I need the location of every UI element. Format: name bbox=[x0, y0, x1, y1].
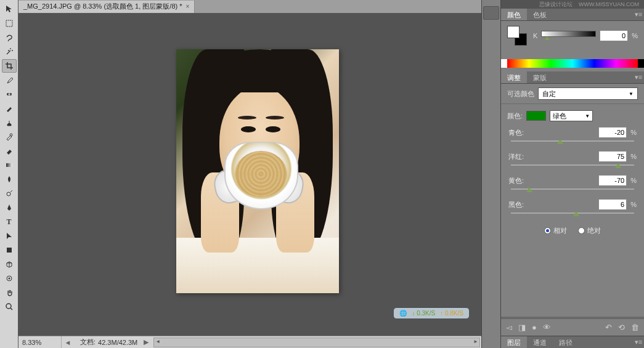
chevron-left-icon[interactable]: ◄ bbox=[62, 339, 74, 346]
k-value-input[interactable] bbox=[600, 30, 628, 41]
slider-value-input[interactable] bbox=[598, 199, 627, 210]
collapsed-panel-strip bbox=[481, 0, 501, 348]
svg-rect-3 bbox=[6, 163, 12, 167]
eraser-tool[interactable] bbox=[2, 144, 17, 158]
tab-channels[interactable]: 通道 bbox=[527, 336, 553, 348]
back-icon[interactable]: ◅ bbox=[506, 323, 512, 332]
target-color-label: 颜色: bbox=[507, 111, 523, 121]
slider-value-input[interactable] bbox=[598, 175, 627, 186]
lasso-tool[interactable] bbox=[2, 31, 17, 44]
color-panel: K % bbox=[501, 21, 644, 71]
marquee-tool[interactable] bbox=[2, 17, 17, 30]
path-selection-tool[interactable] bbox=[2, 229, 17, 243]
svg-rect-0 bbox=[6, 20, 12, 26]
k-label: K bbox=[533, 32, 537, 39]
previous-state-icon[interactable]: ↶ bbox=[605, 323, 612, 332]
slider-row: 黑色:% bbox=[501, 196, 644, 220]
document-info: 文档:42.3M/42.3M bbox=[74, 338, 144, 347]
slider-track[interactable] bbox=[511, 212, 634, 214]
gradient-tool[interactable] bbox=[2, 158, 17, 172]
slider-track[interactable] bbox=[511, 140, 634, 142]
3d-tool[interactable] bbox=[2, 257, 17, 271]
fg-bg-swatch[interactable] bbox=[507, 26, 527, 46]
document-tabbar: _MG_2914.JPG @ 8.33% (选取颜色 1, 图层蒙版/8) * … bbox=[18, 0, 481, 14]
slider-label: 黄色: bbox=[508, 176, 527, 185]
radio-absolute[interactable]: 绝对 bbox=[578, 226, 601, 235]
blur-tool[interactable] bbox=[2, 172, 17, 186]
magic-wand-tool[interactable] bbox=[2, 45, 17, 59]
document-tab-title: _MG_2914.JPG @ 8.33% (选取颜色 1, 图层蒙版/8) * bbox=[23, 2, 182, 11]
slider-row: 青色:% bbox=[501, 124, 644, 148]
history-brush-tool[interactable] bbox=[2, 130, 17, 144]
healing-brush-tool[interactable] bbox=[2, 87, 17, 101]
method-radio-group: 相对 绝对 bbox=[501, 220, 644, 244]
target-color-select[interactable]: 绿色▼ bbox=[550, 110, 593, 121]
clip-icon[interactable]: ● bbox=[532, 323, 537, 332]
tab-paths[interactable]: 路径 bbox=[553, 336, 579, 348]
tab-masks[interactable]: 蒙版 bbox=[527, 71, 553, 83]
slider-track[interactable] bbox=[511, 164, 634, 166]
watermark: 思缘设计论坛WWW.MISSYUAN.COM bbox=[501, 0, 644, 9]
adjustments-footer: ◅ ◨ ● 👁 ↶ ⟲ 🗑 bbox=[501, 318, 644, 336]
type-tool[interactable]: T bbox=[2, 215, 17, 229]
adjustments-panel: 可选颜色 自定▼ 颜色: 绿色▼ 青色:%洋红:%黄色:%黑色:% 相对 绝对 … bbox=[501, 84, 644, 336]
tab-color[interactable]: 颜色 bbox=[501, 9, 527, 20]
right-panels: 思缘设计论坛WWW.MISSYUAN.COM 颜色 色板 ▾≡ K % 调整 蒙… bbox=[501, 0, 644, 348]
visibility-icon[interactable]: 👁 bbox=[543, 323, 551, 332]
expand-icon[interactable]: ◨ bbox=[518, 323, 526, 332]
hand-tool[interactable] bbox=[2, 286, 17, 299]
adjustment-type-label: 可选颜色 bbox=[507, 89, 534, 99]
3d-camera-tool[interactable] bbox=[2, 272, 17, 285]
chevron-right-icon[interactable]: ▶ bbox=[144, 338, 152, 346]
slider-value-input[interactable] bbox=[598, 127, 627, 138]
tools-toolbar: T bbox=[0, 0, 18, 348]
clone-stamp-tool[interactable] bbox=[2, 116, 17, 129]
document-tab[interactable]: _MG_2914.JPG @ 8.33% (选取颜色 1, 图层蒙版/8) * … bbox=[18, 1, 195, 13]
tab-swatches[interactable]: 色板 bbox=[527, 9, 553, 20]
target-color-swatch bbox=[526, 111, 546, 121]
brush-tool[interactable] bbox=[2, 102, 17, 115]
panel-menu-icon[interactable]: ▾≡ bbox=[633, 336, 644, 348]
close-icon[interactable]: × bbox=[186, 3, 190, 10]
k-slider[interactable] bbox=[541, 31, 596, 41]
layers-panel-tabs: 图层 通道 路径 ▾≡ bbox=[501, 336, 644, 348]
radio-relative[interactable]: 相对 bbox=[544, 226, 567, 235]
globe-icon: 🌐 bbox=[399, 310, 407, 317]
svg-point-2 bbox=[10, 134, 12, 136]
svg-rect-1 bbox=[7, 93, 12, 95]
color-panel-tabs: 颜色 色板 ▾≡ bbox=[501, 9, 644, 21]
adjust-panel-tabs: 调整 蒙版 ▾≡ bbox=[501, 71, 644, 84]
zoom-tool[interactable] bbox=[2, 300, 17, 314]
move-tool[interactable] bbox=[2, 2, 17, 16]
slider-label: 青色: bbox=[508, 128, 527, 137]
eyedropper-tool[interactable] bbox=[2, 73, 17, 87]
panel-menu-icon[interactable]: ▾≡ bbox=[633, 9, 644, 20]
collapsed-panel-icon[interactable] bbox=[483, 6, 499, 20]
svg-point-7 bbox=[8, 278, 10, 280]
dodge-tool[interactable] bbox=[2, 187, 17, 200]
pen-tool[interactable] bbox=[2, 201, 17, 214]
slider-label: 黑色: bbox=[508, 200, 527, 209]
panel-menu-icon[interactable]: ▾≡ bbox=[633, 71, 644, 83]
zoom-input[interactable]: 8.33% bbox=[18, 336, 62, 348]
slider-label: 洋红: bbox=[508, 152, 527, 161]
slider-value-input[interactable] bbox=[598, 151, 627, 162]
preset-select[interactable]: 自定▼ bbox=[538, 87, 638, 100]
horizontal-scrollbar[interactable] bbox=[153, 338, 480, 347]
trash-icon[interactable]: 🗑 bbox=[631, 323, 639, 332]
spectrum-picker[interactable] bbox=[507, 59, 638, 68]
shape-tool[interactable] bbox=[2, 243, 17, 257]
tab-adjustments[interactable]: 调整 bbox=[501, 71, 527, 83]
status-bar: 8.33% ◄ 文档:42.3M/42.3M ▶ bbox=[18, 336, 481, 348]
crop-tool[interactable] bbox=[2, 59, 17, 73]
canvas-image bbox=[176, 49, 339, 293]
canvas[interactable]: 🌐 ↓ 0.3K/S ↑ 0.8K/S bbox=[18, 14, 481, 336]
slider-track[interactable] bbox=[511, 188, 634, 190]
reset-icon[interactable]: ⟲ bbox=[618, 323, 625, 332]
network-badge: 🌐 ↓ 0.3K/S ↑ 0.8K/S bbox=[394, 308, 469, 318]
svg-point-4 bbox=[7, 192, 10, 196]
svg-point-8 bbox=[6, 304, 11, 309]
slider-row: 洋红:% bbox=[501, 148, 644, 172]
tab-layers[interactable]: 图层 bbox=[501, 336, 527, 348]
main-area: _MG_2914.JPG @ 8.33% (选取颜色 1, 图层蒙版/8) * … bbox=[18, 0, 481, 348]
